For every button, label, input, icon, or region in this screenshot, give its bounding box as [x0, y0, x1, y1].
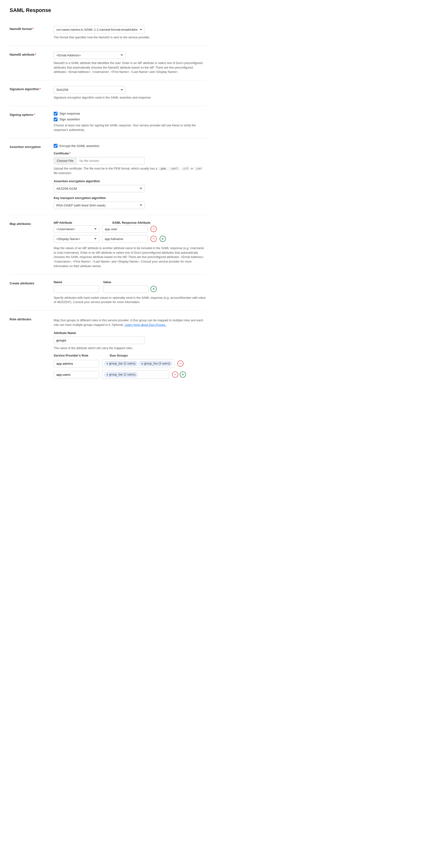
key-transport-sub-label: Key transport encryption algorithm [54, 196, 206, 200]
role-btn-col-1: − [177, 361, 184, 367]
signature-algorithm-content: SHA256 SHA1 SHA512 Signature encryption … [54, 86, 206, 100]
create-attributes-desc: Specify attributes with hard-coded value… [54, 296, 206, 305]
encrypt-saml-checkbox[interactable] [54, 144, 58, 148]
nameid-format-content: urn:oasis:names:tc:SAML:1.1:nameid-forma… [54, 26, 206, 40]
nameid-attribute-section: NameID attribute* <Email Address> <Usern… [9, 46, 206, 80]
certificate-subsection: Certificate* Choose File No file chosen … [54, 152, 206, 176]
map-attr-row: <Username> <Email Address> <First Name> … [54, 235, 206, 243]
nameid-format-select[interactable]: urn:oasis:names:tc:SAML:1.1:nameid-forma… [54, 26, 145, 33]
idp-attr-select-2[interactable]: <Username> <Email Address> <First Name> … [54, 235, 99, 243]
encrypt-saml-row: Encrypt the SAML assertion [54, 144, 206, 148]
remove-role-button-1[interactable]: − [177, 361, 184, 367]
saml-attr-header: SAML Response Attribute [112, 221, 160, 224]
role-attributes-content: Map Duo groups to different roles in thi… [54, 316, 206, 379]
signature-algorithm-label: Signature algorithm* [9, 87, 41, 91]
create-attr-name-label: Name [54, 280, 99, 284]
map-attributes-grid: <Username> <Email Address> <First Name> … [54, 225, 206, 243]
create-attrs-grid: Name Value + [54, 280, 206, 293]
assertion-encryption-content: Encrypt the SAML assertion Certificate* … [54, 144, 206, 209]
role-btn-col-2: − + [172, 371, 186, 378]
signing-options-section: Signing options* Sign response Sign asse… [9, 106, 206, 138]
role-input-2[interactable] [54, 371, 99, 378]
tag-remove-icon[interactable]: × [141, 362, 143, 365]
role-rows: × group_bar (2 users) × group_foo (3 use… [54, 359, 206, 379]
encryption-algorithm-sub-label: Assertion encryption algorithm [54, 179, 206, 183]
sign-assertion-label: Sign assertion [59, 118, 80, 121]
create-attr-value-col: Value + [103, 280, 157, 293]
duo-groups-header: Duo Groups [110, 354, 128, 357]
nameid-format-label-col: NameID format* [9, 26, 48, 40]
create-attr-value-input[interactable] [103, 285, 149, 293]
create-attr-name-input[interactable] [54, 285, 99, 293]
encrypt-saml-label: Encrypt the SAML assertion [59, 144, 99, 148]
saml-attr-input-2[interactable] [102, 235, 147, 243]
nameid-attribute-desc: NameID is a SAML attribute that identifi… [54, 61, 206, 74]
certificate-sub-label: Certificate* [54, 152, 206, 155]
group-tag: × group_bar (2 users) [104, 361, 137, 366]
nameid-attribute-content: <Email Address> <Username> <First Name> … [54, 52, 206, 74]
sign-response-checkbox[interactable] [54, 112, 58, 116]
learn-more-link[interactable]: Learn more about Duo Groups. [125, 323, 166, 327]
assertion-encryption-label: Assertion encryption [9, 145, 41, 149]
saml-attr-input-1[interactable] [102, 225, 147, 233]
remove-attr-button-2[interactable]: − [151, 236, 157, 242]
cer-ext: .cer [194, 167, 203, 170]
page-title: SAML Response [9, 7, 206, 13]
key-transport-select[interactable]: RSA-OAEP (with fixed SHA mask) RSA-OAEP … [54, 202, 145, 209]
sign-response-label: Sign response [59, 112, 80, 115]
remove-attr-button-1[interactable]: − [151, 226, 157, 232]
role-headers: Service Provider's Role Duo Groups [54, 354, 206, 357]
signature-algorithm-label-col: Signature algorithm* [9, 86, 48, 100]
sp-role-header: Service Provider's Role [54, 354, 99, 357]
role-attributes-label-col: Role attributes [9, 316, 48, 379]
file-input-wrapper: Choose File No file chosen [54, 157, 145, 164]
map-attributes-label-col: Map attributes [9, 221, 48, 269]
signing-options-label: Signing options* [9, 113, 35, 117]
choose-file-button[interactable]: Choose File [54, 157, 76, 164]
nameid-attribute-label-col: NameID attribute* [9, 52, 48, 74]
assertion-encryption-label-col: Assertion encryption [9, 144, 48, 209]
idp-attr-select-1[interactable]: <Username> <Email Address> <First Name> … [54, 225, 99, 233]
map-attr-row: <Username> <Email Address> <First Name> … [54, 225, 206, 233]
role-attr-name-input[interactable] [54, 337, 145, 344]
pem-ext: .pem [158, 167, 167, 170]
signing-options-content: Sign response Sign assertion Choose at l… [54, 112, 206, 132]
create-attributes-content: Name Value + Specify attributes with har… [54, 280, 206, 305]
map-attributes-desc: Map the values of an IdP attribute to an… [54, 246, 206, 269]
create-attributes-label: Create attributes [9, 281, 34, 285]
create-attr-value-label: Value [103, 280, 157, 284]
map-attributes-label: Map attributes [9, 222, 31, 226]
attr-name-subsection: Attribute Name The name of the attribute… [54, 331, 206, 350]
signature-algorithm-select[interactable]: SHA256 SHA1 SHA512 [54, 86, 126, 94]
map-attributes-section: Map attributes IdP Attribute SAML Respon… [9, 215, 206, 275]
signature-algorithm-section: Signature algorithm* SHA256 SHA1 SHA512 … [9, 80, 206, 106]
role-attributes-label: Role attributes [9, 317, 31, 321]
sign-assertion-checkbox[interactable] [54, 118, 58, 121]
tag-remove-icon[interactable]: × [106, 362, 108, 365]
encryption-algorithm-select[interactable]: AES256-GCM AES128-GCM AES256-CBC AES128-… [54, 185, 145, 192]
nameid-attribute-select[interactable]: <Email Address> <Username> <First Name> … [54, 52, 126, 59]
create-attributes-label-col: Create attributes [9, 280, 48, 305]
nameid-attribute-label: NameID attribute* [9, 53, 36, 56]
map-attr-headers: IdP Attribute SAML Response Attribute [54, 221, 206, 224]
role-row: × group_bar (2 users) × group_foo (3 use… [54, 359, 206, 368]
group-tags-2: × group_bar (2 users) [102, 370, 169, 379]
add-role-button[interactable]: + [180, 371, 186, 378]
add-create-attr-button[interactable]: + [151, 286, 157, 292]
remove-role-button-2[interactable]: − [172, 371, 178, 378]
assertion-encryption-section: Assertion encryption Encrypt the SAML as… [9, 138, 206, 215]
role-input-1[interactable] [54, 360, 99, 367]
certificate-desc: Upload the certificate. The file must be… [54, 166, 206, 176]
no-file-text: No file chosen [76, 157, 102, 164]
role-attributes-section: Role attributes Map Duo groups to differ… [9, 311, 206, 384]
signing-options-desc: Choose at least one option for signing t… [54, 123, 206, 132]
attr-name-sub-label: Attribute Name [54, 331, 206, 335]
group-tag: × group_bar (2 users) [104, 372, 137, 377]
nameid-format-desc: The format that specifies how the NameID… [54, 35, 206, 40]
add-attr-button[interactable]: + [160, 236, 166, 242]
group-tag: × group_foo (3 users) [139, 361, 172, 366]
idp-attr-header: IdP Attribute [54, 221, 102, 224]
key-transport-subsection: Key transport encryption algorithm RSA-O… [54, 196, 206, 209]
tag-remove-icon[interactable]: × [106, 373, 108, 376]
signature-algorithm-desc: Signature encryption algorithm used in t… [54, 95, 206, 100]
